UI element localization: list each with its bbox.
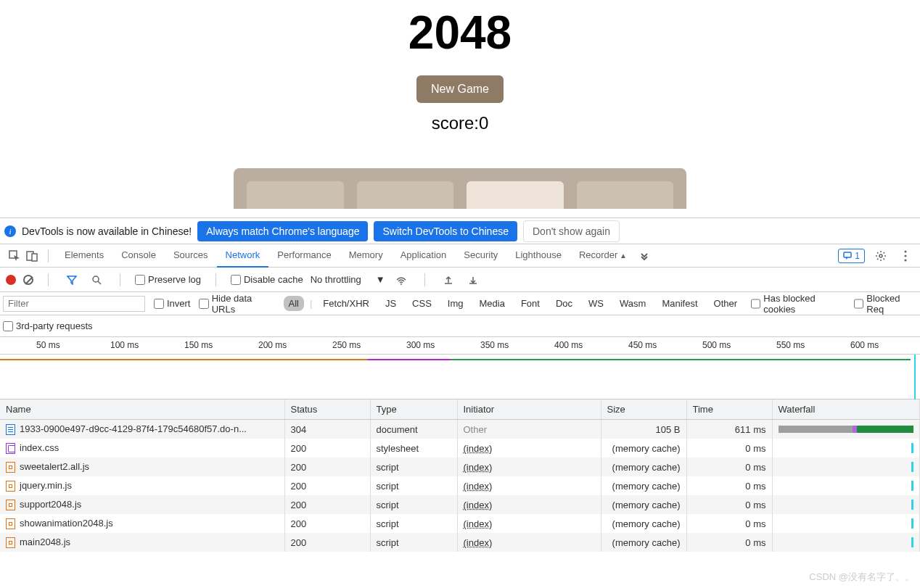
filter-type-css[interactable]: CSS: [407, 296, 437, 311]
svg-line-9: [98, 281, 101, 284]
download-har-icon[interactable]: [464, 271, 482, 289]
filter-input[interactable]: [3, 296, 145, 312]
file-name: jquery.min.js: [20, 480, 72, 491]
ruler-mark: 150 ms: [184, 340, 213, 350]
network-filter-bar: Invert Hide data URLs All|Fetch/XHRJSCSS…: [0, 292, 920, 315]
ruler-mark: 600 ms: [850, 340, 879, 350]
switch-devtools-language-button[interactable]: Switch DevTools to Chinese: [374, 221, 517, 241]
settings-icon[interactable]: [872, 247, 890, 265]
tab-performance[interactable]: Performance: [268, 244, 340, 268]
initiator-link[interactable]: (index): [464, 481, 493, 492]
tab-memory[interactable]: Memory: [340, 244, 392, 268]
info-text: DevTools is now available in Chinese!: [22, 225, 192, 237]
filter-type-doc[interactable]: Doc: [551, 296, 578, 311]
filter-type-fetch-xhr[interactable]: Fetch/XHR: [318, 296, 374, 311]
device-toolbar-icon[interactable]: [23, 247, 41, 265]
filter-type-ws[interactable]: WS: [583, 296, 609, 311]
third-party-checkbox[interactable]: 3rd-party requests: [3, 320, 93, 331]
network-conditions-icon[interactable]: [393, 271, 410, 289]
waterfall-bar: [779, 443, 914, 453]
file-name: index.css: [20, 442, 59, 453]
initiator-link[interactable]: (index): [464, 462, 493, 473]
filter-type-other[interactable]: Other: [709, 296, 743, 311]
col-time[interactable]: Time: [686, 399, 772, 420]
invert-checkbox[interactable]: Invert: [154, 298, 191, 309]
filter-type-js[interactable]: JS: [380, 296, 401, 311]
tab-security[interactable]: Security: [455, 244, 506, 268]
svg-rect-2: [32, 254, 37, 261]
initiator-link[interactable]: (index): [464, 500, 493, 510]
network-toolbar: Preserve log Disable cache No throttling…: [0, 268, 920, 292]
col-size[interactable]: Size: [601, 399, 686, 420]
timeline-ruler[interactable]: 50 ms100 ms150 ms200 ms250 ms300 ms350 m…: [0, 337, 920, 355]
table-row[interactable]: showanimation2048.js200script(index)(mem…: [0, 514, 920, 533]
svg-point-7: [905, 259, 907, 261]
table-row[interactable]: sweetalert2.all.js200script(index)(memor…: [0, 457, 920, 476]
svg-point-10: [401, 283, 402, 285]
table-row[interactable]: 1933-0900e497-d9cc-4129-87f4-179c54680f5…: [0, 420, 920, 439]
tab-application[interactable]: Application: [392, 244, 456, 268]
svg-point-8: [93, 276, 99, 282]
upload-har-icon[interactable]: [440, 271, 457, 289]
svg-rect-3: [844, 252, 851, 257]
search-icon[interactable]: [88, 271, 105, 289]
score-label: score:0: [432, 113, 489, 133]
initiator-link[interactable]: (index): [464, 537, 493, 548]
waterfall-bar: [779, 424, 914, 434]
table-row[interactable]: main2048.js200script(index)(memory cache…: [0, 533, 920, 552]
filter-toggle-icon[interactable]: [63, 271, 81, 289]
waterfall-bar: [779, 518, 914, 529]
new-game-button[interactable]: New Game: [416, 75, 504, 103]
tab-recorder[interactable]: Recorder ▲: [570, 244, 636, 268]
file-name: showanimation2048.js: [20, 518, 113, 529]
filter-type-font[interactable]: Font: [516, 296, 545, 311]
game-title: 2048: [408, 6, 512, 59]
blocked-cookies-checkbox[interactable]: Has blocked cookies: [751, 293, 845, 315]
always-match-language-button[interactable]: Always match Chrome's language: [197, 221, 368, 241]
table-row[interactable]: jquery.min.js200script(index)(memory cac…: [0, 476, 920, 495]
filter-type-media[interactable]: Media: [475, 296, 510, 311]
game-board: [234, 168, 686, 209]
tab-lighthouse[interactable]: Lighthouse: [506, 244, 570, 268]
filter-type-all[interactable]: All: [284, 296, 304, 311]
more-tabs-icon[interactable]: [636, 247, 653, 265]
blocked-requests-checkbox[interactable]: Blocked Req: [854, 293, 917, 315]
filter-type-manifest[interactable]: Manifest: [657, 296, 702, 311]
table-row[interactable]: support2048.js200script(index)(memory ca…: [0, 495, 920, 514]
col-name[interactable]: Name: [0, 399, 284, 420]
tab-sources[interactable]: Sources: [165, 244, 217, 268]
file-name: 1933-0900e497-d9cc-4129-87f4-179c54680f5…: [20, 423, 247, 434]
more-options-icon[interactable]: [897, 247, 914, 265]
col-waterfall[interactable]: Waterfall: [772, 399, 920, 420]
inspect-element-icon[interactable]: [6, 247, 23, 265]
js-file-icon: [6, 462, 15, 473]
doc-file-icon: [6, 424, 15, 435]
hide-data-urls-checkbox[interactable]: Hide data URLs: [199, 293, 274, 315]
dont-show-again-button[interactable]: Don't show again: [523, 220, 620, 242]
col-initiator[interactable]: Initiator: [457, 399, 601, 420]
clear-button[interactable]: [23, 275, 33, 285]
table-row[interactable]: index.css200stylesheet(index)(memory cac…: [0, 439, 920, 457]
tab-network[interactable]: Network: [217, 244, 269, 268]
col-type[interactable]: Type: [370, 399, 457, 420]
waterfall-bar: [779, 537, 914, 547]
separator: [48, 273, 49, 286]
record-button[interactable]: [6, 275, 16, 285]
tab-console[interactable]: Console: [112, 244, 165, 268]
separator: [424, 273, 425, 286]
throttling-select[interactable]: No throttling ▼: [311, 274, 385, 285]
timeline-overview[interactable]: [0, 355, 920, 399]
preserve-log-checkbox[interactable]: Preserve log: [135, 274, 201, 285]
initiator-link[interactable]: (index): [464, 443, 493, 454]
filter-type-wasm[interactable]: Wasm: [615, 296, 651, 311]
filter-type-img[interactable]: Img: [443, 296, 469, 311]
console-messages-badge[interactable]: 1: [838, 249, 865, 263]
ruler-mark: 400 ms: [554, 340, 583, 350]
css-file-icon: [6, 443, 15, 454]
disable-cache-checkbox[interactable]: Disable cache: [231, 274, 303, 285]
separator: [48, 249, 49, 262]
initiator-link[interactable]: (index): [464, 518, 493, 529]
tab-elements[interactable]: Elements: [56, 244, 112, 268]
ruler-mark: 100 ms: [110, 340, 139, 350]
col-status[interactable]: Status: [284, 399, 370, 420]
